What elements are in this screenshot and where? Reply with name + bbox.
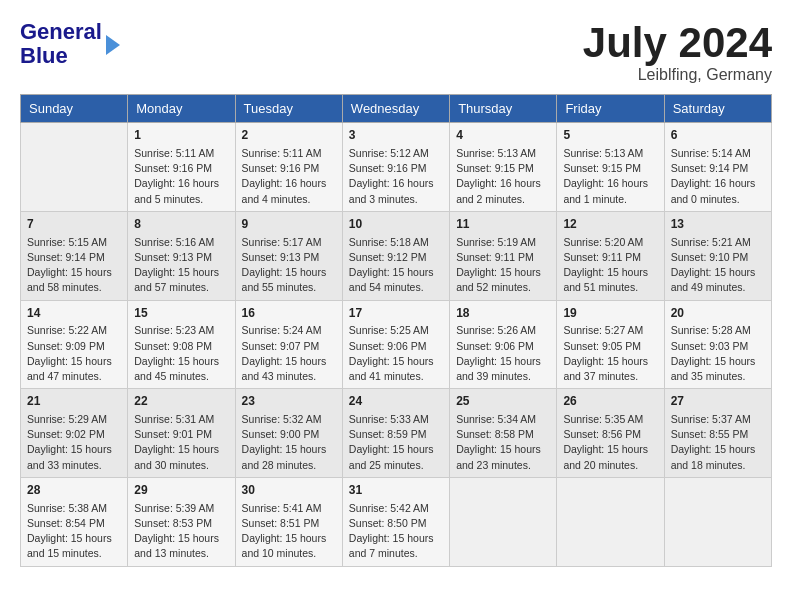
day-info: Sunrise: 5:29 AMSunset: 9:02 PMDaylight:… xyxy=(27,412,121,473)
day-number: 9 xyxy=(242,216,336,233)
day-number: 11 xyxy=(456,216,550,233)
day-number: 25 xyxy=(456,393,550,410)
day-info: Sunrise: 5:41 AMSunset: 8:51 PMDaylight:… xyxy=(242,501,336,562)
day-number: 27 xyxy=(671,393,765,410)
calendar-cell: 20Sunrise: 5:28 AMSunset: 9:03 PMDayligh… xyxy=(664,300,771,389)
day-info: Sunrise: 5:37 AMSunset: 8:55 PMDaylight:… xyxy=(671,412,765,473)
day-info: Sunrise: 5:25 AMSunset: 9:06 PMDaylight:… xyxy=(349,323,443,384)
calendar-cell: 4Sunrise: 5:13 AMSunset: 9:15 PMDaylight… xyxy=(450,123,557,212)
day-number: 21 xyxy=(27,393,121,410)
day-number: 6 xyxy=(671,127,765,144)
calendar-cell: 10Sunrise: 5:18 AMSunset: 9:12 PMDayligh… xyxy=(342,211,449,300)
calendar-cell: 25Sunrise: 5:34 AMSunset: 8:58 PMDayligh… xyxy=(450,389,557,478)
day-number: 5 xyxy=(563,127,657,144)
day-number: 28 xyxy=(27,482,121,499)
calendar-cell xyxy=(664,477,771,566)
day-number: 10 xyxy=(349,216,443,233)
calendar-cell: 18Sunrise: 5:26 AMSunset: 9:06 PMDayligh… xyxy=(450,300,557,389)
day-number: 29 xyxy=(134,482,228,499)
page-header: GeneralBlue July 2024 Leiblfing, Germany xyxy=(20,20,772,84)
calendar-cell: 8Sunrise: 5:16 AMSunset: 9:13 PMDaylight… xyxy=(128,211,235,300)
calendar-cell: 22Sunrise: 5:31 AMSunset: 9:01 PMDayligh… xyxy=(128,389,235,478)
day-header-monday: Monday xyxy=(128,95,235,123)
day-info: Sunrise: 5:16 AMSunset: 9:13 PMDaylight:… xyxy=(134,235,228,296)
calendar-cell: 27Sunrise: 5:37 AMSunset: 8:55 PMDayligh… xyxy=(664,389,771,478)
day-info: Sunrise: 5:27 AMSunset: 9:05 PMDaylight:… xyxy=(563,323,657,384)
day-number: 20 xyxy=(671,305,765,322)
day-info: Sunrise: 5:33 AMSunset: 8:59 PMDaylight:… xyxy=(349,412,443,473)
day-info: Sunrise: 5:22 AMSunset: 9:09 PMDaylight:… xyxy=(27,323,121,384)
week-row-2: 7Sunrise: 5:15 AMSunset: 9:14 PMDaylight… xyxy=(21,211,772,300)
day-header-tuesday: Tuesday xyxy=(235,95,342,123)
day-info: Sunrise: 5:15 AMSunset: 9:14 PMDaylight:… xyxy=(27,235,121,296)
calendar-cell: 31Sunrise: 5:42 AMSunset: 8:50 PMDayligh… xyxy=(342,477,449,566)
day-number: 30 xyxy=(242,482,336,499)
title-block: July 2024 Leiblfing, Germany xyxy=(583,20,772,84)
day-number: 7 xyxy=(27,216,121,233)
day-info: Sunrise: 5:19 AMSunset: 9:11 PMDaylight:… xyxy=(456,235,550,296)
calendar-cell: 12Sunrise: 5:20 AMSunset: 9:11 PMDayligh… xyxy=(557,211,664,300)
day-info: Sunrise: 5:14 AMSunset: 9:14 PMDaylight:… xyxy=(671,146,765,207)
logo-text: GeneralBlue xyxy=(20,20,102,68)
calendar-cell: 24Sunrise: 5:33 AMSunset: 8:59 PMDayligh… xyxy=(342,389,449,478)
logo-arrow-icon xyxy=(106,35,120,55)
week-row-3: 14Sunrise: 5:22 AMSunset: 9:09 PMDayligh… xyxy=(21,300,772,389)
calendar-cell xyxy=(450,477,557,566)
month-year-title: July 2024 xyxy=(583,20,772,66)
calendar-cell: 16Sunrise: 5:24 AMSunset: 9:07 PMDayligh… xyxy=(235,300,342,389)
day-number: 1 xyxy=(134,127,228,144)
day-header-saturday: Saturday xyxy=(664,95,771,123)
day-number: 26 xyxy=(563,393,657,410)
day-header-wednesday: Wednesday xyxy=(342,95,449,123)
day-info: Sunrise: 5:35 AMSunset: 8:56 PMDaylight:… xyxy=(563,412,657,473)
week-row-4: 21Sunrise: 5:29 AMSunset: 9:02 PMDayligh… xyxy=(21,389,772,478)
day-number: 19 xyxy=(563,305,657,322)
day-info: Sunrise: 5:42 AMSunset: 8:50 PMDaylight:… xyxy=(349,501,443,562)
day-info: Sunrise: 5:13 AMSunset: 9:15 PMDaylight:… xyxy=(456,146,550,207)
calendar-cell: 21Sunrise: 5:29 AMSunset: 9:02 PMDayligh… xyxy=(21,389,128,478)
calendar-cell: 7Sunrise: 5:15 AMSunset: 9:14 PMDaylight… xyxy=(21,211,128,300)
day-info: Sunrise: 5:20 AMSunset: 9:11 PMDaylight:… xyxy=(563,235,657,296)
day-info: Sunrise: 5:34 AMSunset: 8:58 PMDaylight:… xyxy=(456,412,550,473)
day-number: 23 xyxy=(242,393,336,410)
day-info: Sunrise: 5:11 AMSunset: 9:16 PMDaylight:… xyxy=(134,146,228,207)
calendar-cell: 2Sunrise: 5:11 AMSunset: 9:16 PMDaylight… xyxy=(235,123,342,212)
location-subtitle: Leiblfing, Germany xyxy=(583,66,772,84)
day-number: 18 xyxy=(456,305,550,322)
calendar-cell: 23Sunrise: 5:32 AMSunset: 9:00 PMDayligh… xyxy=(235,389,342,478)
day-info: Sunrise: 5:13 AMSunset: 9:15 PMDaylight:… xyxy=(563,146,657,207)
logo: GeneralBlue xyxy=(20,20,120,68)
calendar-cell: 28Sunrise: 5:38 AMSunset: 8:54 PMDayligh… xyxy=(21,477,128,566)
day-number: 17 xyxy=(349,305,443,322)
calendar-cell: 1Sunrise: 5:11 AMSunset: 9:16 PMDaylight… xyxy=(128,123,235,212)
day-header-thursday: Thursday xyxy=(450,95,557,123)
week-row-5: 28Sunrise: 5:38 AMSunset: 8:54 PMDayligh… xyxy=(21,477,772,566)
day-number: 4 xyxy=(456,127,550,144)
day-header-friday: Friday xyxy=(557,95,664,123)
day-headers-row: SundayMondayTuesdayWednesdayThursdayFrid… xyxy=(21,95,772,123)
day-number: 13 xyxy=(671,216,765,233)
calendar-cell: 11Sunrise: 5:19 AMSunset: 9:11 PMDayligh… xyxy=(450,211,557,300)
day-header-sunday: Sunday xyxy=(21,95,128,123)
week-row-1: 1Sunrise: 5:11 AMSunset: 9:16 PMDaylight… xyxy=(21,123,772,212)
day-info: Sunrise: 5:32 AMSunset: 9:00 PMDaylight:… xyxy=(242,412,336,473)
calendar-cell: 15Sunrise: 5:23 AMSunset: 9:08 PMDayligh… xyxy=(128,300,235,389)
calendar-cell: 6Sunrise: 5:14 AMSunset: 9:14 PMDaylight… xyxy=(664,123,771,212)
calendar-cell: 26Sunrise: 5:35 AMSunset: 8:56 PMDayligh… xyxy=(557,389,664,478)
day-info: Sunrise: 5:39 AMSunset: 8:53 PMDaylight:… xyxy=(134,501,228,562)
calendar-cell: 19Sunrise: 5:27 AMSunset: 9:05 PMDayligh… xyxy=(557,300,664,389)
calendar-cell xyxy=(21,123,128,212)
day-number: 8 xyxy=(134,216,228,233)
calendar-cell xyxy=(557,477,664,566)
day-number: 2 xyxy=(242,127,336,144)
day-number: 16 xyxy=(242,305,336,322)
calendar-cell: 5Sunrise: 5:13 AMSunset: 9:15 PMDaylight… xyxy=(557,123,664,212)
calendar-table: SundayMondayTuesdayWednesdayThursdayFrid… xyxy=(20,94,772,566)
day-info: Sunrise: 5:31 AMSunset: 9:01 PMDaylight:… xyxy=(134,412,228,473)
calendar-cell: 17Sunrise: 5:25 AMSunset: 9:06 PMDayligh… xyxy=(342,300,449,389)
calendar-cell: 30Sunrise: 5:41 AMSunset: 8:51 PMDayligh… xyxy=(235,477,342,566)
calendar-cell: 13Sunrise: 5:21 AMSunset: 9:10 PMDayligh… xyxy=(664,211,771,300)
day-number: 24 xyxy=(349,393,443,410)
day-info: Sunrise: 5:18 AMSunset: 9:12 PMDaylight:… xyxy=(349,235,443,296)
day-info: Sunrise: 5:17 AMSunset: 9:13 PMDaylight:… xyxy=(242,235,336,296)
